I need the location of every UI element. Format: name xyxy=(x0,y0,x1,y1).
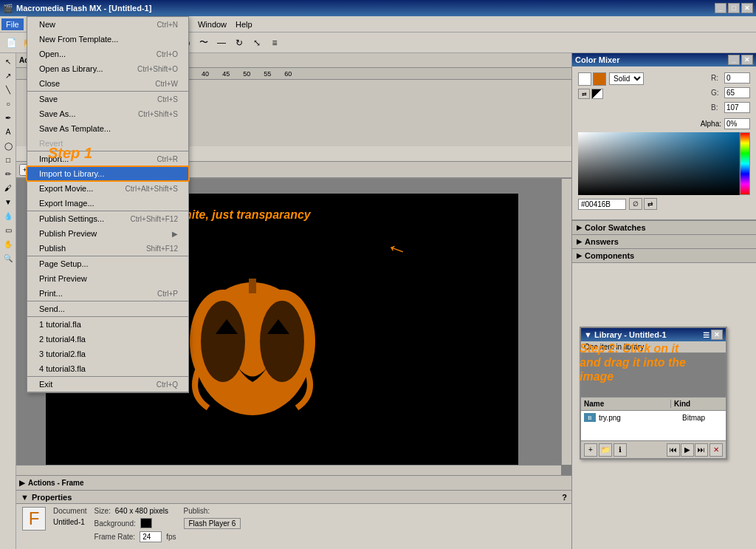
zoom-tool[interactable]: 🔍 xyxy=(1,251,15,265)
ruler-tick: 55 xyxy=(264,70,271,78)
lib-delete-button[interactable]: ✕ xyxy=(709,443,723,457)
actions-bar: ▶ Actions - Frame xyxy=(16,475,571,490)
toolbox: ↖ ↗ ╲ ○ ✒ A ◯ □ ✏ 🖌 ▼ 💧 ▭ ✋ 🔍 xyxy=(0,53,16,549)
menu-save-as-template[interactable]: Save As Template... xyxy=(27,121,188,136)
maximize-button[interactable]: □ xyxy=(728,3,740,13)
hex-input[interactable] xyxy=(578,199,626,210)
text-tool[interactable]: A xyxy=(1,125,15,138)
lasso-tool[interactable]: ○ xyxy=(1,97,15,110)
stroke-color-swatch[interactable] xyxy=(578,72,591,86)
color-mixer-close[interactable]: ✕ xyxy=(741,55,753,65)
properties-help[interactable]: ? xyxy=(562,493,567,502)
lib-play-button[interactable]: ▶ xyxy=(681,443,694,457)
hue-slider[interactable] xyxy=(740,132,750,195)
menu-recent-1[interactable]: 1 tutorial.fla xyxy=(27,317,188,332)
menu-export-image[interactable]: Export Image... xyxy=(27,196,188,211)
svg-point-4 xyxy=(260,301,304,382)
alpha-input[interactable] xyxy=(724,118,750,129)
menu-recent-3[interactable]: 3 tutorial2.fla xyxy=(27,347,188,361)
color-picker-canvas[interactable] xyxy=(578,132,750,195)
eraser-tool[interactable]: ▭ xyxy=(1,223,15,236)
swap-button[interactable]: ⇄ xyxy=(644,198,657,210)
menu-import-to-library[interactable]: Import to Library... xyxy=(27,166,188,181)
lib-new-folder-button[interactable]: 📁 xyxy=(599,443,612,457)
ruler-tick: 60 xyxy=(284,70,292,78)
color-mixer-panel: Color Mixer _ ✕ xyxy=(572,53,756,221)
eyedrop-tool[interactable]: 💧 xyxy=(1,209,15,222)
oval-tool[interactable]: ◯ xyxy=(1,139,15,152)
align-button[interactable]: ≡ xyxy=(267,35,283,51)
menu-save-as[interactable]: Save As... Ctrl+Shift+S xyxy=(27,106,188,121)
framerate-input[interactable] xyxy=(140,531,162,542)
straighten-button[interactable]: — xyxy=(213,35,230,51)
fill-color-swatch[interactable] xyxy=(593,72,606,86)
library-options-button[interactable]: ☰ xyxy=(703,331,709,339)
titlebar-controls[interactable]: _ □ ✕ xyxy=(715,3,753,13)
menu-open-label: Open... xyxy=(39,50,66,58)
menu-send[interactable]: Send... xyxy=(27,301,188,316)
menu-file[interactable]: File xyxy=(1,18,24,30)
no-color-button[interactable]: ∅ xyxy=(629,198,642,210)
publish-version-button[interactable]: Flash Player 6 xyxy=(184,518,241,529)
r-input[interactable] xyxy=(724,72,750,83)
line-tool[interactable]: ╲ xyxy=(1,83,15,96)
menu-exit[interactable]: Exit Ctrl+Q xyxy=(27,377,188,392)
horizontal-scrollbar[interactable] xyxy=(16,465,561,475)
library-item[interactable]: B try.png Bitmap xyxy=(581,411,726,424)
color-mixer-minimize[interactable]: _ xyxy=(728,55,740,65)
menu-recent-2[interactable]: 2 tutorial4.fla xyxy=(27,332,188,347)
fill-tool[interactable]: ▼ xyxy=(1,195,15,208)
properties-body: F Document Untitled-1 Size: xyxy=(16,504,571,545)
menu-export-movie[interactable]: Export Movie... Ctrl+Alt+Shift+S xyxy=(27,181,188,196)
menu-recent-4[interactable]: 4 tutorial3.fla xyxy=(27,361,188,376)
menu-help[interactable]: Help xyxy=(231,18,257,30)
color-mode-dropdown[interactable]: Solid xyxy=(609,72,644,85)
menu-window[interactable]: Window xyxy=(193,18,231,30)
components-header[interactable]: ▶ Components xyxy=(572,249,756,262)
rect-tool[interactable]: □ xyxy=(1,153,15,166)
menu-new-from-template[interactable]: New From Template... xyxy=(27,32,188,47)
menu-save[interactable]: Save Ctrl+S xyxy=(27,92,188,106)
arrow-tool[interactable]: ↖ xyxy=(1,55,15,68)
menu-new[interactable]: New Ctrl+N xyxy=(27,17,188,32)
menu-open-shortcut: Ctrl+O xyxy=(157,50,178,58)
vertical-scrollbar[interactable] xyxy=(561,179,571,465)
answers-section: ▶ Answers xyxy=(572,235,756,249)
default-colors-button[interactable] xyxy=(591,89,603,99)
answers-header[interactable]: ▶ Answers xyxy=(572,235,756,248)
bg-color-swatch[interactable] xyxy=(140,518,152,528)
pencil-tool[interactable]: ✏ xyxy=(1,167,15,180)
menu-publish-preview[interactable]: Publish Preview ▶ xyxy=(27,226,188,241)
minimize-button[interactable]: _ xyxy=(715,3,726,13)
smooth-button[interactable]: 〜 xyxy=(196,35,212,51)
menu-open[interactable]: Open... Ctrl+O xyxy=(27,47,188,61)
menu-print-preview[interactable]: Print Preview xyxy=(27,271,188,286)
swap-colors-button[interactable]: ⇄ xyxy=(578,89,590,99)
lib-rewind-button[interactable]: ⏮ xyxy=(667,443,680,457)
b-input[interactable] xyxy=(724,102,750,113)
subselect-tool[interactable]: ↗ xyxy=(1,69,15,82)
rotate-button[interactable]: ↻ xyxy=(231,35,247,51)
library-close-button[interactable]: ✕ xyxy=(711,330,723,340)
menu-print[interactable]: Print... Ctrl+P xyxy=(27,286,188,301)
scale-button[interactable]: ⤡ xyxy=(249,35,265,51)
new-file-button[interactable]: 📄 xyxy=(3,35,19,51)
lib-new-symbol-button[interactable]: + xyxy=(584,443,597,457)
close-button[interactable]: ✕ xyxy=(741,3,753,13)
menu-pub-settings-shortcut: Ctrl+Shift+F12 xyxy=(131,215,178,223)
menu-publish[interactable]: Publish Shift+F12 xyxy=(27,241,188,256)
titlebar: 🎬 Macromedia Flash MX - [Untitled-1] _ □… xyxy=(0,0,756,16)
menu-close[interactable]: Close Ctrl+W xyxy=(27,76,188,91)
color-swatches-header[interactable]: ▶ Color Swatches xyxy=(572,221,756,234)
brush-tool[interactable]: 🖌 xyxy=(1,181,15,194)
pen-tool[interactable]: ✒ xyxy=(1,111,15,124)
hand-tool[interactable]: ✋ xyxy=(1,237,15,250)
menu-publish-settings[interactable]: Publish Settings... Ctrl+Shift+F12 xyxy=(27,211,188,226)
lib-forward-button[interactable]: ⏭ xyxy=(695,443,708,457)
g-input[interactable] xyxy=(724,87,750,98)
properties-arrow: ▼ xyxy=(21,493,29,502)
menu-open-as-library[interactable]: Open as Library... Ctrl+Shift+O xyxy=(27,61,188,76)
lib-properties-button[interactable]: ℹ xyxy=(614,443,627,457)
menu-import[interactable]: Import... Ctrl+R xyxy=(27,151,188,166)
menu-page-setup[interactable]: Page Setup... xyxy=(27,256,188,271)
